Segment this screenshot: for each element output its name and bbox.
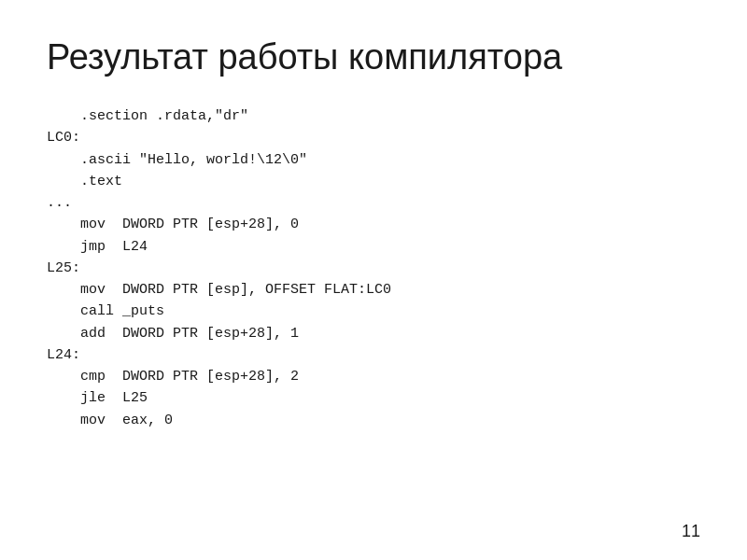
slide-container: Результат работы компилятора .section .r… — [0, 0, 747, 560]
slide-title: Результат работы компилятора — [47, 37, 700, 77]
page-number: 11 — [682, 522, 700, 541]
code-block: .section .rdata,"dr" LC0: .ascii "Hello,… — [47, 105, 700, 431]
